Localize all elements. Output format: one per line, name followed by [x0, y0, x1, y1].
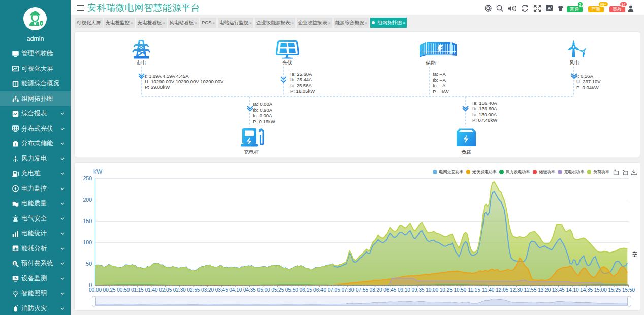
- svg-text:P: 69.80kW: P: 69.80kW: [145, 84, 170, 90]
- svg-text:09:35: 09:35: [411, 287, 424, 293]
- svg-text:11:40: 11:40: [482, 287, 495, 293]
- svg-text:03:20: 03:20: [201, 287, 214, 293]
- svg-text:Ia: 106.40A: Ia: 106.40A: [472, 100, 497, 106]
- svg-text:250: 250: [83, 175, 92, 181]
- svg-text:P: 0.04kW: P: 0.04kW: [576, 85, 599, 90]
- svg-text:07:05: 07:05: [328, 287, 340, 293]
- svg-text:P: 0.16kW: P: 0.16kW: [253, 119, 275, 124]
- svg-text:05:50: 05:50: [285, 287, 298, 293]
- svg-text:Ib: --A: Ib: --A: [433, 77, 446, 83]
- svg-text:Ic: 0.00A: Ic: 0.00A: [253, 113, 272, 118]
- svg-text:10:25: 10:25: [440, 287, 453, 293]
- svg-text:Ib: 0.90A: Ib: 0.90A: [253, 107, 273, 113]
- svg-text:15:00: 15:00: [594, 287, 607, 293]
- svg-text:U: 237.10V: U: 237.10V: [576, 79, 601, 84]
- svg-text:Ic: --A: Ic: --A: [433, 83, 446, 88]
- svg-text:07:30: 07:30: [341, 287, 354, 293]
- svg-text:02:05: 02:05: [159, 287, 172, 293]
- svg-text:14:35: 14:35: [580, 287, 593, 293]
- svg-text:kW: kW: [93, 168, 103, 175]
- svg-text:市电: 市电: [136, 60, 146, 66]
- svg-text:光伏: 光伏: [282, 60, 293, 66]
- svg-text:00:25: 00:25: [103, 287, 116, 293]
- svg-text:Ic: 130.00A: Ic: 130.00A: [472, 112, 497, 117]
- svg-text:P: 18.05kW: P: 18.05kW: [290, 88, 315, 94]
- svg-text:I: 3.89A 4.19A 4.45A: I: 3.89A 4.19A 4.45A: [145, 73, 189, 79]
- svg-text:12:55: 12:55: [524, 287, 537, 293]
- svg-text:150: 150: [83, 218, 92, 224]
- svg-text:Ib: 25.44A: Ib: 25.44A: [290, 77, 312, 82]
- svg-text:Ic: 25.56A: Ic: 25.56A: [290, 83, 312, 88]
- svg-text:12:30: 12:30: [510, 287, 523, 293]
- svg-text:风电: 风电: [569, 60, 579, 66]
- svg-text:Ia: 25.68A: Ia: 25.68A: [290, 71, 312, 77]
- svg-text:04:10: 04:10: [229, 287, 242, 293]
- svg-text:07:55: 07:55: [356, 287, 368, 293]
- svg-text:01:40: 01:40: [145, 287, 157, 293]
- svg-text:00:00: 00:00: [89, 287, 102, 293]
- svg-text:U: 10290.00V 10290.00V 10290.0: U: 10290.00V 10290.00V 10290.00V: [145, 79, 224, 84]
- svg-text:05:00: 05:00: [257, 287, 270, 293]
- svg-text:12:05: 12:05: [496, 287, 508, 293]
- svg-text:00:50: 00:50: [117, 287, 130, 293]
- svg-text:01:15: 01:15: [131, 287, 144, 293]
- svg-text:$: $: [14, 261, 16, 265]
- svg-text:Ia: --A: Ia: --A: [433, 71, 446, 77]
- svg-text:03:45: 03:45: [215, 287, 228, 293]
- svg-text:A: A: [547, 6, 550, 11]
- svg-text:充电桩: 充电桩: [244, 149, 259, 155]
- svg-text:储能: 储能: [425, 60, 436, 66]
- svg-text:06:40: 06:40: [313, 287, 326, 293]
- svg-text:P: 87.48kW: P: 87.48kW: [472, 117, 497, 123]
- svg-text:14:10: 14:10: [566, 287, 578, 293]
- svg-text:13:45: 13:45: [552, 287, 565, 293]
- svg-text:13:20: 13:20: [538, 287, 551, 293]
- svg-text:15:25: 15:25: [608, 287, 621, 293]
- svg-text:04:35: 04:35: [243, 287, 256, 293]
- svg-text:100: 100: [83, 239, 92, 245]
- svg-text:200: 200: [83, 197, 92, 203]
- svg-text:15:50: 15:50: [622, 287, 635, 293]
- svg-text:10:00: 10:00: [426, 287, 438, 293]
- svg-text:Ib: 139.60A: Ib: 139.60A: [472, 106, 497, 111]
- svg-text:06:15: 06:15: [299, 287, 312, 293]
- svg-text:02:30: 02:30: [173, 287, 186, 293]
- svg-text:负载: 负载: [461, 149, 471, 155]
- svg-text:Ia: 0.00A: Ia: 0.00A: [253, 101, 273, 107]
- svg-text:05:25: 05:25: [271, 287, 284, 293]
- svg-text:11:15: 11:15: [468, 287, 480, 293]
- svg-text:02:55: 02:55: [187, 287, 200, 293]
- svg-text:08:20: 08:20: [370, 287, 382, 293]
- svg-text:P: --kW: P: --kW: [433, 89, 449, 94]
- svg-text:09:10: 09:10: [398, 287, 410, 293]
- svg-text:50: 50: [86, 261, 92, 267]
- svg-text:I: 0.16A: I: 0.16A: [576, 73, 593, 79]
- svg-text:08:45: 08:45: [383, 287, 396, 293]
- svg-text:10:50: 10:50: [454, 287, 466, 293]
